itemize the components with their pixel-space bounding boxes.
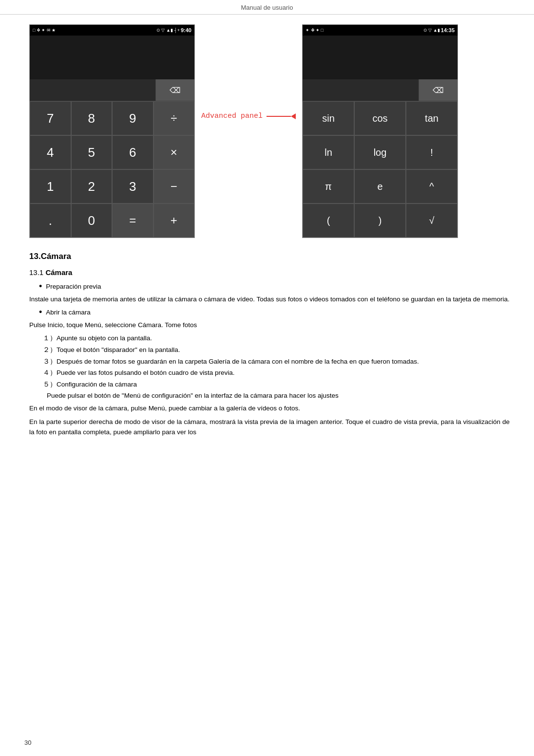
closing-para-1-text: En el modo de visor de la cámara, pulse … — [29, 405, 300, 412]
btn-3[interactable]: 3 — [112, 169, 153, 203]
left-status-icons: □ ❖ ✦ ✉ ★ — [33, 28, 56, 33]
bullet-open-camera: • Abrir la cámara — [39, 307, 510, 318]
btn-cos[interactable]: cos — [354, 101, 406, 135]
btn-open-paren[interactable]: ( — [303, 203, 354, 238]
header-title: Manual de usuario — [241, 4, 293, 11]
closing-para-2: En la parte superior derecha de modo de … — [29, 417, 510, 438]
btn-6[interactable]: 6 — [112, 135, 153, 169]
btn-equals[interactable]: = — [112, 203, 153, 238]
btn-5[interactable]: 5 — [71, 135, 113, 169]
right-status-time: 14:35 — [441, 27, 455, 33]
btn-subtract[interactable]: − — [153, 169, 195, 203]
signal-icons: ⊙ ▽ ▲▮ ┤+ — [156, 28, 180, 33]
btn-1[interactable]: 1 — [30, 169, 71, 203]
closing-para-2-text: En la parte superior derecha de modo de … — [29, 418, 510, 436]
btn-sin[interactable]: sin — [303, 101, 354, 135]
indented-config-text-content: Puede pulsar el botón de "Menú de config… — [47, 392, 339, 399]
bullet-dot-2: • — [39, 307, 42, 318]
btn-log[interactable]: log — [354, 135, 406, 169]
install-memory-text: Instale una tarjeta de memoria antes de … — [29, 295, 510, 303]
right-calc-display — [303, 36, 458, 79]
btn-power[interactable]: ^ — [406, 169, 458, 203]
right-status-icons-left: ✦ ❖ ✦ □ — [305, 28, 324, 33]
numbered-item-2: ２）Toque el botón "disparador" en la pant… — [43, 345, 510, 355]
btn-multiply[interactable]: × — [153, 135, 195, 169]
btn-divide[interactable]: ÷ — [153, 101, 195, 135]
right-status-info-right: ⊙ ▽ ▲▮ 14:35 — [423, 27, 455, 33]
btn-pi[interactable]: π — [303, 169, 354, 203]
bullet-preparation-text: Preparación previa — [46, 281, 101, 292]
indented-config-text: Puede pulsar el botón de "Menú de config… — [47, 390, 510, 401]
numbered-item-3-text: ３）Después de tomar fotos se guardarán en… — [43, 358, 419, 365]
numbered-item-1: １）Apunte su objeto con la pantalla. — [43, 333, 510, 344]
btn-0[interactable]: 0 — [71, 203, 113, 238]
right-status-bar: ✦ ❖ ✦ □ ⊙ ▽ ▲▮ 14:35 — [303, 25, 458, 36]
bullet-dot-1: • — [39, 281, 42, 292]
calculator-screenshots-container: □ ❖ ✦ ✉ ★ ⊙ ▽ ▲▮ ┤+ 9:40 ⌫ 7 8 9 ÷ 4 5 — [29, 24, 510, 238]
btn-close-paren[interactable]: ) — [354, 203, 406, 238]
page-number: 30 — [24, 739, 31, 746]
left-calculator-screenshot: □ ❖ ✦ ✉ ★ ⊙ ▽ ▲▮ ┤+ 9:40 ⌫ 7 8 9 ÷ 4 5 — [29, 24, 195, 238]
numbered-item-5: ５）Configuración de la cámara — [43, 379, 510, 390]
subsection-13-1-title: 13.1 Cámara — [29, 268, 510, 277]
left-calc-display — [30, 36, 194, 79]
pulse-inicio-text: Pulse Inicio, toque Menú, seleccione Cám… — [29, 321, 197, 329]
numbered-item-5-text: ５）Configuración de la cámara — [43, 381, 137, 388]
closing-para-1: En el modo de visor de la cámara, pulse … — [29, 403, 510, 414]
right-backspace-row: ⌫ — [303, 79, 458, 101]
annotation-area: Advanced panel — [195, 24, 302, 120]
btn-add[interactable]: + — [153, 203, 195, 238]
btn-8[interactable]: 8 — [71, 101, 113, 135]
btn-ln[interactable]: ln — [303, 135, 354, 169]
btn-7[interactable]: 7 — [30, 101, 71, 135]
status-time: 9:40 — [181, 27, 191, 33]
btn-e[interactable]: e — [354, 169, 406, 203]
numbered-item-3: ３）Después de tomar fotos se guardarán en… — [43, 356, 510, 367]
section-13-title: 13.Cámara — [29, 252, 510, 261]
advanced-calc-grid: sin cos tan ln log ! π e ^ ( ) √ — [303, 101, 458, 238]
standard-calc-grid: 7 8 9 ÷ 4 5 6 × 1 2 3 − . 0 = + — [30, 101, 194, 238]
section-number: 13. — [29, 252, 41, 261]
numbered-item-2-text: ２）Toque el botón "disparador" en la pant… — [43, 346, 180, 353]
text-pulse-inicio: Pulse Inicio, toque Menú, seleccione Cám… — [29, 320, 510, 331]
btn-sqrt[interactable]: √ — [406, 203, 458, 238]
numbered-item-1-text: １）Apunte su objeto con la pantalla. — [43, 334, 152, 342]
right-calculator-screenshot: ✦ ❖ ✦ □ ⊙ ▽ ▲▮ 14:35 ⌫ sin cos tan ln lo… — [302, 24, 458, 238]
advanced-panel-annotation: Advanced panel — [201, 112, 296, 120]
btn-4[interactable]: 4 — [30, 135, 71, 169]
numbered-item-4-text: ４）Puede ver las fotos pulsando el botón … — [43, 369, 234, 376]
btn-9[interactable]: 9 — [112, 101, 153, 135]
text-install-memory: Instale una tarjeta de memoria antes de … — [29, 294, 510, 305]
backspace-row: ⌫ — [30, 79, 194, 101]
arrow-line — [267, 116, 291, 117]
subsection-title-text: Cámara — [45, 268, 72, 277]
right-status-info: ⊙ ▽ ▲▮ ┤+ 9:40 — [156, 27, 191, 33]
arrow-head — [291, 113, 296, 119]
btn-factorial[interactable]: ! — [406, 135, 458, 169]
page-header: Manual de usuario — [0, 0, 534, 15]
section-title-text: Cámara — [41, 252, 71, 261]
backspace-button[interactable]: ⌫ — [155, 79, 194, 101]
btn-tan[interactable]: tan — [406, 101, 458, 135]
right-notification-icons: ✦ ❖ ✦ □ — [305, 28, 324, 33]
btn-dot[interactable]: . — [30, 203, 71, 238]
annotation-arrow — [267, 113, 296, 119]
right-backspace-button[interactable]: ⌫ — [419, 79, 458, 101]
btn-2[interactable]: 2 — [71, 169, 113, 203]
bullet-preparation: • Preparación previa — [39, 281, 510, 292]
notification-icons: □ ❖ ✦ ✉ ★ — [33, 28, 56, 33]
numbered-item-4: ４）Puede ver las fotos pulsando el botón … — [43, 368, 510, 378]
right-signal-icons: ⊙ ▽ ▲▮ — [423, 28, 440, 33]
subsection-number: 13.1 — [29, 268, 43, 277]
left-status-bar: □ ❖ ✦ ✉ ★ ⊙ ▽ ▲▮ ┤+ 9:40 — [30, 25, 194, 36]
annotation-label: Advanced panel — [201, 112, 263, 120]
bullet-open-camera-text: Abrir la cámara — [46, 307, 91, 318]
